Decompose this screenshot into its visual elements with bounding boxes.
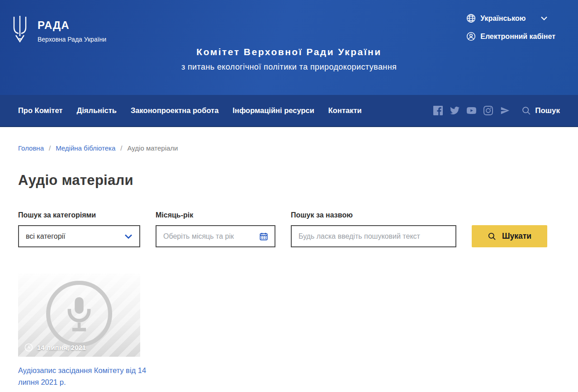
logo-subtitle: Верховна Рада України	[38, 36, 106, 43]
audio-card[interactable]: 14 липня, 2021	[18, 274, 140, 357]
rada-logo[interactable]: РАДА Верховна Рада України	[11, 15, 106, 43]
committee-title: Комітет Верховної Ради України	[0, 47, 578, 57]
breadcrumb-separator: /	[49, 144, 51, 152]
breadcrumb-media-library[interactable]: Медійна бібліотека	[56, 144, 115, 152]
nav-search-label: Пошук	[535, 106, 560, 115]
nav-item-resources[interactable]: Інформаційні ресурси	[232, 106, 314, 115]
nav-item-activity[interactable]: Діяльність	[76, 106, 117, 115]
calendar-icon[interactable]	[260, 232, 268, 241]
audio-date-badge: 14 липня, 2021	[24, 343, 86, 352]
audio-date: 14 липня, 2021	[37, 344, 86, 351]
nav-item-lawmaking[interactable]: Законопроектна робота	[131, 106, 218, 115]
globe-icon	[466, 14, 476, 23]
name-search-input[interactable]	[298, 232, 449, 241]
breadcrumb-home[interactable]: Головна	[18, 144, 44, 152]
search-button-label: Шукати	[502, 231, 531, 241]
language-label: Українською	[480, 14, 526, 23]
search-button[interactable]: Шукати	[472, 225, 547, 247]
cabinet-label: Електронний кабінет	[480, 33, 555, 41]
name-filter-label: Пошук за назвою	[291, 211, 456, 219]
header-utility-links: Українською Електронний кабінет	[466, 14, 555, 41]
twitter-icon[interactable]	[450, 106, 460, 115]
category-select-value: всі категорії	[26, 232, 66, 241]
breadcrumb-current: Аудіо матеріали	[128, 144, 178, 152]
search-icon	[521, 106, 531, 115]
month-filter: Місяць-рік	[156, 211, 275, 247]
clock-icon	[24, 343, 33, 352]
breadcrumb: Головна / Медійна бібліотека / Аудіо мат…	[0, 127, 578, 152]
youtube-icon[interactable]	[467, 106, 476, 115]
telegram-icon[interactable]	[500, 106, 510, 115]
committee-heading: Комітет Верховної Ради України з питань …	[0, 47, 578, 72]
nav-right: Пошук	[433, 106, 560, 115]
cabinet-link[interactable]: Електронний кабінет	[466, 32, 555, 41]
chevron-down-icon	[124, 232, 133, 241]
nav-search[interactable]: Пошук	[521, 106, 560, 115]
month-input[interactable]	[163, 232, 260, 241]
user-icon	[466, 32, 476, 41]
nav-items: Про Комітет Діяльність Законопроектна ро…	[18, 106, 362, 115]
trident-icon	[11, 15, 28, 43]
category-select[interactable]: всі категорії	[18, 225, 140, 247]
nav-item-about[interactable]: Про Комітет	[18, 106, 62, 115]
committee-subtitle: з питань екологічної політики та природо…	[0, 62, 578, 72]
audio-thumbnail-circle	[46, 281, 112, 347]
name-search-box	[291, 225, 456, 247]
chevron-down-icon	[541, 16, 547, 20]
logo-text: РАДА Верховна Рада України	[38, 15, 106, 43]
instagram-icon[interactable]	[483, 106, 493, 115]
category-filter: Пошук за категоріями всі категорії	[18, 211, 140, 247]
month-picker	[156, 225, 275, 247]
nav-item-contacts[interactable]: Контакти	[328, 106, 362, 115]
page-title: Аудіо матеріали	[18, 172, 560, 189]
search-icon	[488, 232, 496, 241]
language-selector[interactable]: Українською	[466, 14, 555, 23]
breadcrumb-separator: /	[120, 144, 122, 152]
microphone-icon	[65, 296, 93, 333]
audio-title-link[interactable]: Аудіозапис засідання Комітету від 14 лип…	[18, 364, 149, 388]
logo-title: РАДА	[38, 19, 106, 32]
name-filter: Пошук за назвою	[291, 211, 456, 247]
filters-row: Пошук за категоріями всі категорії Місяц…	[0, 211, 578, 247]
category-filter-label: Пошук за категоріями	[18, 211, 140, 219]
main-nav: Про Комітет Діяльність Законопроектна ро…	[0, 95, 578, 127]
month-filter-label: Місяць-рік	[156, 211, 275, 219]
site-header: РАДА Верховна Рада України Українською Е…	[0, 0, 578, 95]
facebook-icon[interactable]	[433, 106, 443, 115]
